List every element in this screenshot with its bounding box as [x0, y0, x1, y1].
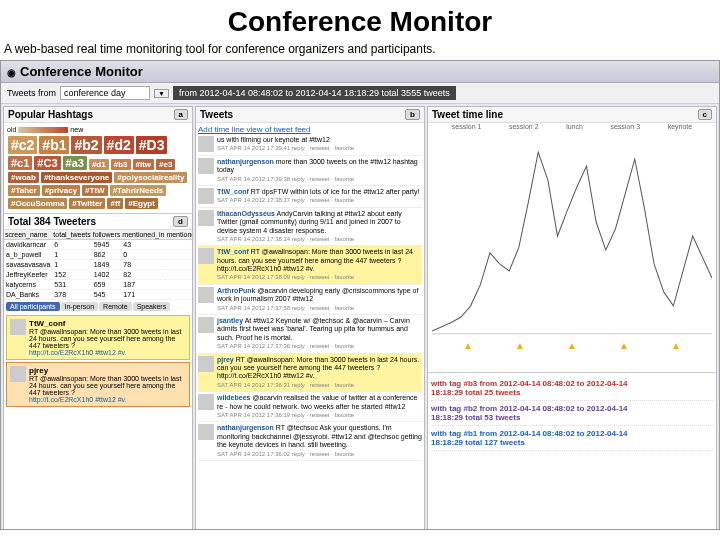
table-header[interactable]: screen_name	[4, 230, 52, 240]
hashtag-tag[interactable]: #Twitter	[69, 198, 105, 209]
panel-badge-d: d	[173, 216, 188, 227]
avatar	[198, 188, 214, 204]
toolbar: Tweets from ▼ from 2012-04-14 08:48:02 t…	[1, 83, 719, 104]
avatar	[198, 394, 214, 410]
hashtag-tag[interactable]: #C3	[34, 156, 60, 170]
table-row[interactable]: JeffreyKeefer152140282	[4, 270, 193, 280]
avatar	[198, 287, 214, 303]
tweet-item[interactable]: IthacanOdysseus AndyCarvin talking at #t…	[198, 208, 422, 247]
avatar	[10, 319, 26, 335]
tweets-title: Tweets b	[196, 107, 424, 123]
tweet-item[interactable]: pjrey RT @awallnsopan: More than 3000 tw…	[198, 354, 422, 393]
app-header: Conference Monitor	[1, 61, 719, 83]
tweet-item[interactable]: ArthroPunk @acarvin developing early @cr…	[198, 285, 422, 315]
tag-summary[interactable]: with tag #b3 from 2012-04-14 08:48:02 to…	[431, 376, 713, 401]
table-header[interactable]: followers	[92, 230, 122, 240]
hashtags-cloud: old new #c2#b1#b2#d2#D3#c1#C3#a3#d1#b3#l…	[4, 123, 192, 213]
hashtag-tag[interactable]: #polysocialreality	[114, 172, 187, 183]
panel-badge-c: c	[698, 109, 712, 120]
table-header[interactable]: mentioned_in	[121, 230, 165, 240]
tag-summaries: with tag #b3 from 2012-04-14 08:48:02 to…	[428, 372, 716, 454]
table-row[interactable]: DA_Banks378545171	[4, 290, 193, 300]
hashtag-tag[interactable]: #thankseveryone	[41, 172, 112, 183]
hashtag-tag[interactable]: #D3	[136, 136, 168, 154]
hashtag-tag[interactable]: #b1	[39, 136, 69, 154]
featured-tweet[interactable]: TtW_confRT @awallnsopan: More than 3000 …	[6, 315, 190, 360]
hashtags-title: Popular Hashtags a	[4, 107, 192, 123]
hashtag-tag[interactable]: #e3	[156, 159, 175, 170]
table-header[interactable]: mentioned_by	[165, 230, 193, 240]
search-input[interactable]	[60, 86, 150, 100]
tweets-column: Tweets b Add time line view of tweet fee…	[195, 106, 425, 530]
table-row[interactable]: katycerns531659187	[4, 280, 193, 290]
hashtag-tag[interactable]: #OccuSomma	[8, 198, 67, 209]
tweeter-tabs[interactable]: All participantsIn-personRemoteSpeakers	[4, 300, 192, 313]
avatar	[198, 248, 214, 264]
timeline-title: Tweet time line c	[428, 107, 716, 123]
add-timeline-link[interactable]: Add time line view of tweet feed	[198, 125, 311, 134]
filter-tab[interactable]: Speakers	[133, 302, 171, 311]
tweeters-title: Total 384 Tweeters d	[4, 213, 192, 230]
left-column: Popular Hashtags a old new #c2#b1#b2#d2#…	[3, 106, 193, 530]
hashtag-tag[interactable]: #c1	[8, 156, 32, 170]
hashtag-tag[interactable]: #TahrirNeeds	[110, 185, 167, 196]
tweet-item[interactable]: wildebees @acarvin realised the value of…	[198, 392, 422, 422]
avatar	[198, 210, 214, 226]
hashtag-tag[interactable]: #b2	[71, 136, 101, 154]
avatar	[198, 158, 214, 174]
tweet-item[interactable]: nathanjurgenson RT @techsoc Ask your que…	[198, 422, 422, 461]
page-subtitle: A web-based real time monitoring tool fo…	[0, 40, 720, 60]
panel-badge-a: a	[174, 109, 188, 120]
app-window: Conference Monitor Tweets from ▼ from 20…	[0, 60, 720, 530]
avatar	[198, 136, 214, 152]
avatar	[198, 356, 214, 372]
tweet-item[interactable]: jsantley At #ttw12 Keynote w/ @techsoc &…	[198, 315, 422, 354]
hashtag-tag[interactable]: #woab	[8, 172, 39, 183]
panel-badge-b: b	[405, 109, 420, 120]
hashtag-tag[interactable]: #Egypt	[125, 198, 158, 209]
tag-summary[interactable]: with tag #b1 from 2012-04-14 08:48:02 to…	[431, 426, 713, 451]
timeline-chart: ▲▲▲▲▲	[428, 132, 716, 372]
hashtag-tag[interactable]: #b3	[111, 159, 131, 170]
hashtag-tag[interactable]: #Taher	[8, 185, 40, 196]
hashtag-tag[interactable]: #c2	[8, 136, 37, 154]
hashtag-tag[interactable]: #ff	[107, 198, 123, 209]
hashtag-tag[interactable]: #a3	[63, 156, 87, 170]
hashtag-tag[interactable]: #privacy	[42, 185, 80, 196]
table-row[interactable]: savasavasava1184978	[4, 260, 193, 270]
avatar	[10, 366, 26, 382]
tweet-item[interactable]: TtW_conf RT @awallnsopan: More than 3000…	[198, 246, 422, 285]
color-legend	[18, 127, 68, 133]
tweet-item[interactable]: nathanjurgenson more than 3000 tweets on…	[198, 156, 422, 186]
filter-tab[interactable]: In-person	[61, 302, 99, 311]
tweeters-table: screen_nametotal_tweetsfollowersmentione…	[4, 230, 193, 300]
session-labels: session 1session 2lunchsession 3keynote	[428, 123, 716, 132]
session-markers: ▲▲▲▲▲	[432, 340, 712, 351]
tweet-item[interactable]: TtW_conf RT dpsFTW within lots of ice fo…	[198, 186, 422, 208]
timeline-column: Tweet time line c session 1session 2lunc…	[427, 106, 717, 530]
hashtag-tag[interactable]: #TtW	[82, 185, 108, 196]
dropdown-icon[interactable]: ▼	[154, 89, 169, 98]
avatar	[198, 317, 214, 333]
hashtag-tag[interactable]: #d2	[104, 136, 134, 154]
avatar	[198, 424, 214, 440]
page-title: Conference Monitor	[0, 0, 720, 40]
tweet-item[interactable]: us with filming our keynote at #ttw12SAT…	[198, 134, 422, 156]
filter-tab[interactable]: All participants	[6, 302, 60, 311]
hashtag-tag[interactable]: #d1	[89, 159, 109, 170]
time-range-summary: from 2012-04-14 08:48:02 to 2012-04-14 1…	[173, 86, 456, 100]
tweets-from-label: Tweets from	[7, 88, 56, 98]
filter-tab[interactable]: Remote	[99, 302, 132, 311]
hashtag-tag[interactable]: #ltw	[133, 159, 155, 170]
table-header[interactable]: total_tweets	[52, 230, 91, 240]
featured-tweet[interactable]: pjreyRT @awallnsopan: More than 3000 twe…	[6, 362, 190, 407]
table-row[interactable]: davidkarncar6594543	[4, 240, 193, 250]
table-row[interactable]: a_b_powell18620	[4, 250, 193, 260]
tag-summary[interactable]: with tag #b2 from 2012-04-14 08:48:02 to…	[431, 401, 713, 426]
